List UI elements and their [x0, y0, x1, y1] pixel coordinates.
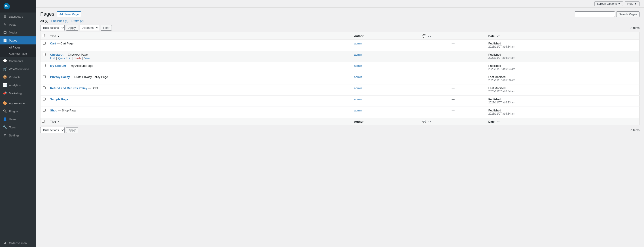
help-button[interactable]: Help ▼ — [625, 1, 640, 6]
pages-submenu: All Pages Add New Page — [0, 44, 36, 57]
page-title-link[interactable]: Cart — [50, 42, 56, 45]
tablenav-top: Bulk actions Apply All dates Filter 7 it… — [40, 25, 640, 31]
date-status: Published — [488, 109, 637, 112]
help-chevron-icon: ▼ — [634, 2, 637, 5]
page-title-link[interactable]: My account — [50, 64, 66, 67]
row-author-cell: admin — [352, 84, 420, 96]
sidebar-item-label: Settings — [9, 134, 20, 137]
row-date-cell: Published2023/11/07 at 6:34 am — [486, 51, 640, 62]
sidebar-item-plugins[interactable]: 🔌 Plugins — [0, 107, 36, 115]
title-column-header[interactable]: Title ▲ — [48, 32, 352, 40]
author-link[interactable]: admin — [354, 98, 362, 101]
bulk-actions-select-bottom[interactable]: Bulk actions — [40, 127, 64, 133]
search-pages-button[interactable]: Search Pages — [616, 11, 640, 17]
date-filter-select[interactable]: All dates — [80, 25, 99, 31]
row-checkbox-cell — [40, 62, 48, 73]
sidebar-item-appearance[interactable]: 🎨 Appearance — [0, 99, 36, 107]
row-checkbox[interactable] — [43, 98, 46, 100]
select-all-checkbox[interactable] — [42, 34, 45, 37]
sidebar-sub-item-all-pages[interactable]: All Pages — [0, 44, 36, 51]
author-column-header[interactable]: Author — [352, 32, 420, 40]
apply-button-top[interactable]: Apply — [66, 25, 78, 31]
items-count-bottom: 7 items — [630, 128, 640, 132]
filter-all[interactable]: All (7) — [40, 19, 48, 22]
row-comments-cell: — — [420, 51, 486, 62]
row-author-cell: admin — [352, 73, 420, 84]
apply-button-bottom[interactable]: Apply — [66, 127, 78, 133]
author-link[interactable]: admin — [354, 42, 362, 45]
row-author-cell: admin — [352, 62, 420, 73]
row-action-view[interactable]: View — [84, 57, 90, 60]
date-value: 2023/11/07 at 6:34 am — [488, 90, 637, 93]
row-actions: Edit | Quick Edit | Trash | View — [50, 57, 350, 60]
screen-options-button[interactable]: Screen Options ▼ — [594, 1, 623, 6]
row-action-quick-edit[interactable]: Quick Edit — [58, 57, 70, 60]
row-checkbox[interactable] — [43, 75, 46, 78]
page-title-link[interactable]: Privacy Policy — [50, 75, 70, 79]
filter-drafts[interactable]: Drafts (2) — [72, 19, 84, 22]
author-link[interactable]: admin — [354, 109, 362, 112]
sidebar-item-posts[interactable]: ✎ Posts — [0, 20, 36, 28]
sidebar-item-analytics[interactable]: 📊 Analytics — [0, 81, 36, 89]
date-column-footer[interactable]: Date ▲▼ — [486, 118, 640, 125]
sidebar-item-comments[interactable]: 💬 Comments — [0, 57, 36, 65]
page-title-link[interactable]: Sample Page — [50, 98, 68, 101]
page-header: Pages Add New Page — [40, 11, 81, 17]
sidebar-item-pages[interactable]: 📄 Pages — [0, 36, 36, 44]
author-link[interactable]: admin — [354, 64, 362, 67]
status-filter-nav: All (7) | Published (5) | Drafts (2) — [40, 19, 640, 22]
page-desc: — Draft, Privacy Policy Page — [70, 75, 108, 79]
comment-bubble-icon-footer: 💬 — [422, 120, 426, 123]
row-date-cell: Last Modified2023/11/07 at 6:34 am — [486, 84, 640, 96]
sidebar-item-marketing[interactable]: 📣 Marketing — [0, 89, 36, 97]
author-column-footer[interactable]: Author — [352, 118, 420, 125]
table-row: Refund and Returns Policy — DraftEdit | … — [40, 84, 640, 96]
date-value: 2023/11/07 at 6:34 am — [488, 45, 637, 48]
screen-options-label: Screen Options — [597, 2, 617, 5]
row-checkbox[interactable] — [43, 109, 46, 112]
bulk-actions-select-top[interactable]: Bulk actions — [40, 25, 64, 31]
sidebar-item-settings[interactable]: ⚙ Settings — [0, 131, 36, 139]
sidebar-item-media[interactable]: 🖼 Media — [0, 28, 36, 36]
row-checkbox[interactable] — [43, 42, 46, 45]
sidebar-collapse[interactable]: ◀ Collapse menu — [0, 239, 36, 247]
row-author-cell: admin — [352, 51, 420, 62]
page-desc: — Checkout Page — [63, 53, 88, 56]
sidebar-item-label: Tools — [9, 126, 16, 129]
row-checkbox[interactable] — [43, 86, 46, 89]
sidebar-item-woocommerce[interactable]: 🛒 WooCommerce — [0, 65, 36, 73]
row-action-trash[interactable]: Trash — [74, 57, 81, 60]
pages-icon: 📄 — [3, 38, 7, 42]
sidebar-item-dashboard[interactable]: ⊞ Dashboard — [0, 12, 36, 20]
page-desc: — Draft — [87, 86, 98, 90]
comments-column-footer: 💬 ▲▼ — [420, 118, 486, 125]
main-content: Screen Options ▼ Help ▼ Pages Add New Pa… — [36, 0, 644, 247]
sidebar-item-products[interactable]: 📦 Products — [0, 73, 36, 81]
row-checkbox-cell — [40, 96, 48, 107]
row-checkbox[interactable] — [43, 53, 46, 56]
select-all-checkbox-footer[interactable] — [42, 120, 45, 123]
title-column-footer[interactable]: Title ▲ — [48, 118, 352, 125]
page-title-link[interactable]: Shop — [50, 109, 58, 112]
add-new-page-button[interactable]: Add New Page — [57, 11, 81, 17]
filter-published[interactable]: Published (5) — [52, 19, 69, 22]
date-column-header[interactable]: Date ▲▼ — [486, 32, 640, 40]
page-content: Pages Add New Page Search Pages All (7) … — [36, 7, 644, 247]
wordpress-logo-icon: W — [4, 3, 10, 9]
sidebar-item-tools[interactable]: 🔧 Tools — [0, 123, 36, 131]
page-title-link[interactable]: Checkout — [50, 53, 63, 56]
page-title: Pages — [40, 11, 54, 17]
filter-button[interactable]: Filter — [100, 25, 112, 31]
author-link[interactable]: admin — [354, 86, 362, 90]
row-checkbox[interactable] — [43, 64, 46, 67]
sidebar-item-label: Posts — [9, 23, 16, 26]
date-value: 2023/11/07 at 6:34 am — [488, 112, 637, 115]
page-title-link[interactable]: Refund and Returns Policy — [50, 86, 87, 90]
row-action-edit[interactable]: Edit — [50, 57, 55, 60]
author-link[interactable]: admin — [354, 53, 362, 56]
search-pages-input[interactable] — [575, 11, 615, 17]
page-desc: — My Account Page — [66, 64, 93, 67]
sidebar-sub-item-add-new-page[interactable]: Add New Page — [0, 51, 36, 57]
author-link[interactable]: admin — [354, 75, 362, 79]
sidebar-item-users[interactable]: 👤 Users — [0, 115, 36, 123]
